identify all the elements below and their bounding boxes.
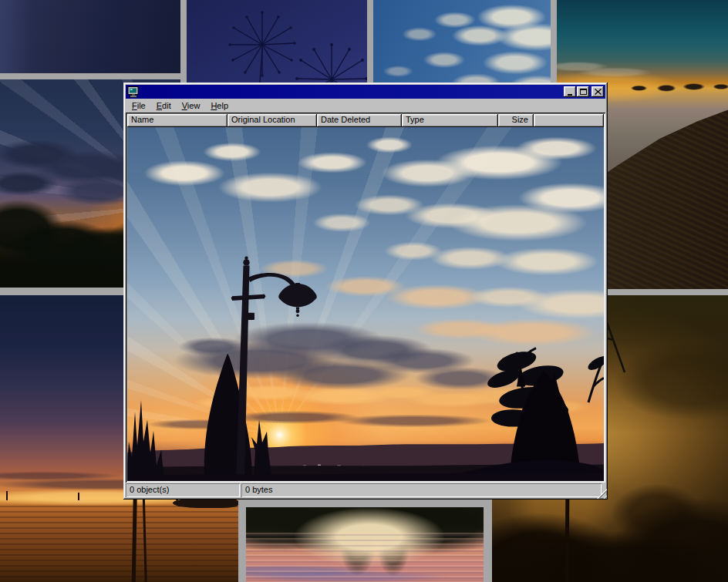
wallpaper-tile-night-sky [0, 0, 180, 73]
silhouette-layer [127, 127, 604, 481]
maximize-icon [580, 89, 587, 95]
column-header-name[interactable]: Name [127, 114, 228, 127]
window-titlebar[interactable] [126, 85, 605, 99]
wallpaper-gradient [0, 0, 180, 73]
column-header-filler [534, 114, 604, 127]
system-menu-computer-icon[interactable] [127, 86, 140, 98]
column-header-original-location[interactable]: Original Location [228, 114, 317, 127]
minimize-icon [568, 94, 572, 96]
wallpaper-tile-water-reflection [246, 507, 484, 582]
column-header-type[interactable]: Type [402, 114, 498, 127]
column-header-date-deleted[interactable]: Date Deleted [317, 114, 402, 127]
shore-silhouette [173, 498, 238, 508]
recycle-bin-window: File Edit View Help Name Original Locati… [123, 82, 608, 500]
status-bar: 0 object(s) 0 bytes [126, 483, 605, 497]
water-streaks [0, 502, 238, 582]
minimize-button[interactable] [564, 86, 576, 97]
file-list-view: Name Original Location Date Deleted Type… [126, 113, 605, 483]
close-icon [595, 89, 602, 95]
menu-file[interactable]: File [126, 99, 151, 113]
desktop: { "window": { "title": "", "menu": { "it… [0, 0, 728, 582]
status-object-count: 0 object(s) [126, 483, 240, 497]
menu-edit[interactable]: Edit [151, 99, 177, 113]
pole-silhouette [78, 493, 79, 500]
column-headers: Name Original Location Date Deleted Type… [127, 114, 604, 127]
status-byte-count: 0 bytes [241, 483, 602, 497]
list-content-sunset-photo[interactable] [127, 127, 604, 481]
pole-silhouette [6, 491, 8, 500]
maximize-button[interactable] [577, 86, 589, 97]
menu-view[interactable]: View [177, 99, 206, 113]
close-button[interactable] [592, 86, 604, 97]
column-header-size[interactable]: Size [498, 114, 534, 127]
menu-bar: File Edit View Help [126, 99, 605, 113]
menu-help[interactable]: Help [205, 99, 234, 113]
water-ripples [246, 533, 484, 582]
